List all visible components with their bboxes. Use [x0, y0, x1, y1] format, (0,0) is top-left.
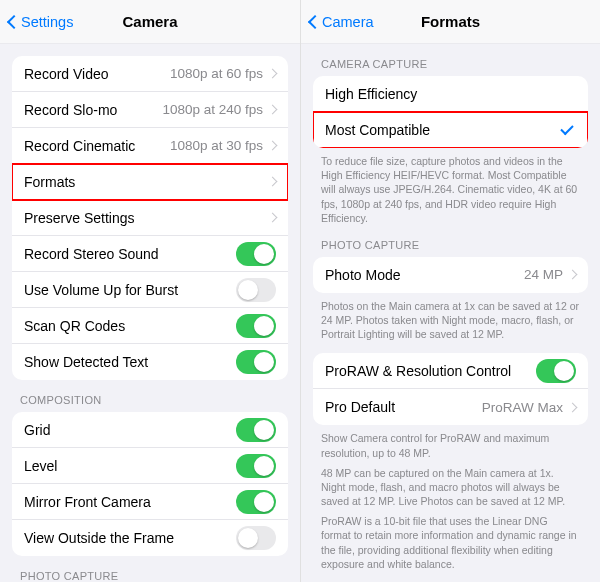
label: Grid [24, 422, 50, 438]
label: Level [24, 458, 57, 474]
settings-camera-screen: Settings Camera Record Video 1080p at 60… [0, 0, 300, 582]
toggle-proraw[interactable] [536, 359, 576, 383]
row-most-compatible[interactable]: Most Compatible [313, 112, 588, 148]
row-preserve-settings[interactable]: Preserve Settings [12, 200, 288, 236]
row-formats[interactable]: Formats [12, 164, 288, 200]
chevron-right-icon [268, 69, 278, 79]
label: Preserve Settings [24, 210, 135, 226]
row-grid[interactable]: Grid [12, 412, 288, 448]
label: Use Volume Up for Burst [24, 282, 178, 298]
content-scroll[interactable]: Record Video 1080p at 60 fps Record Slo-… [0, 44, 300, 582]
detail-value: 1080p at 30 fps [170, 138, 263, 153]
chevron-right-icon [568, 270, 578, 280]
footer-proraw-3: ProRAW is a 10-bit file that uses the Li… [313, 508, 588, 571]
footer-camera-capture: To reduce file size, capture photos and … [313, 148, 588, 225]
label: Show Detected Text [24, 354, 148, 370]
navbar: Settings Camera [0, 0, 300, 44]
footer-proraw-2: 48 MP can be captured on the Main camera… [313, 460, 588, 509]
row-record-cinematic[interactable]: Record Cinematic 1080p at 30 fps [12, 128, 288, 164]
section-header-photo-capture: PHOTO CAPTURE [313, 225, 588, 257]
detail-value: 24 MP [524, 267, 563, 282]
footer-photo-mode: Photos on the Main camera at 1x can be s… [313, 293, 588, 342]
section-header-composition: COMPOSITION [12, 380, 288, 412]
label: Record Video [24, 66, 109, 82]
back-button[interactable]: Camera [301, 13, 374, 31]
group-recording: Record Video 1080p at 60 fps Record Slo-… [12, 56, 288, 380]
group-photo-mode: Photo Mode 24 MP [313, 257, 588, 293]
detail-value: 1080p at 60 fps [170, 66, 263, 81]
row-mirror-front[interactable]: Mirror Front Camera [12, 484, 288, 520]
row-scan-qr[interactable]: Scan QR Codes [12, 308, 288, 344]
toggle-mirror[interactable] [236, 490, 276, 514]
section-header-camera-capture: CAMERA CAPTURE [313, 44, 588, 76]
label: Scan QR Codes [24, 318, 125, 334]
row-level[interactable]: Level [12, 448, 288, 484]
detail-value: ProRAW Max [482, 400, 563, 415]
row-detected-text[interactable]: Show Detected Text [12, 344, 288, 380]
checkmark-icon [560, 125, 574, 135]
settings-formats-screen: Camera Formats CAMERA CAPTURE High Effic… [300, 0, 600, 582]
detail-value: 1080p at 240 fps [162, 102, 263, 117]
row-volume-burst[interactable]: Use Volume Up for Burst [12, 272, 288, 308]
chevron-right-icon [568, 402, 578, 412]
chevron-right-icon [268, 177, 278, 187]
row-record-slomo[interactable]: Record Slo-mo 1080p at 240 fps [12, 92, 288, 128]
row-photo-mode[interactable]: Photo Mode 24 MP [313, 257, 588, 293]
chevron-right-icon [268, 105, 278, 115]
row-pro-default[interactable]: Pro Default ProRAW Max [313, 389, 588, 425]
group-proraw: ProRAW & Resolution Control Pro Default … [313, 353, 588, 425]
label: Record Stereo Sound [24, 246, 159, 262]
label: Photo Mode [325, 267, 401, 283]
chevron-right-icon [268, 141, 278, 151]
label: High Efficiency [325, 86, 417, 102]
chevron-left-icon [6, 13, 17, 31]
footer-proraw-1: Show Camera control for ProRAW and maxim… [313, 425, 588, 459]
back-button[interactable]: Settings [0, 13, 73, 31]
section-header-photo-capture: PHOTO CAPTURE [12, 556, 288, 582]
content-scroll[interactable]: CAMERA CAPTURE High Efficiency Most Comp… [301, 44, 600, 582]
toggle-qr[interactable] [236, 314, 276, 338]
back-label: Settings [21, 14, 73, 30]
label: Pro Default [325, 399, 395, 415]
toggle-volume-burst[interactable] [236, 278, 276, 302]
row-record-video[interactable]: Record Video 1080p at 60 fps [12, 56, 288, 92]
row-high-efficiency[interactable]: High Efficiency [313, 76, 588, 112]
back-label: Camera [322, 14, 374, 30]
label: Mirror Front Camera [24, 494, 151, 510]
label: View Outside the Frame [24, 530, 174, 546]
toggle-level[interactable] [236, 454, 276, 478]
toggle-grid[interactable] [236, 418, 276, 442]
row-view-outside[interactable]: View Outside the Frame [12, 520, 288, 556]
row-stereo-sound[interactable]: Record Stereo Sound [12, 236, 288, 272]
group-camera-capture: High Efficiency Most Compatible [313, 76, 588, 148]
label: Most Compatible [325, 122, 430, 138]
toggle-detected-text[interactable] [236, 350, 276, 374]
section-header-video-capture: VIDEO CAPTURE [313, 571, 588, 582]
toggle-stereo[interactable] [236, 242, 276, 266]
row-proraw-control[interactable]: ProRAW & Resolution Control [313, 353, 588, 389]
label: ProRAW & Resolution Control [325, 363, 511, 379]
label: Formats [24, 174, 75, 190]
label: Record Slo-mo [24, 102, 117, 118]
navbar: Camera Formats [301, 0, 600, 44]
toggle-outside-frame[interactable] [236, 526, 276, 550]
chevron-left-icon [307, 13, 318, 31]
chevron-right-icon [268, 213, 278, 223]
group-composition: Grid Level Mirror Front Camera View Outs… [12, 412, 288, 556]
label: Record Cinematic [24, 138, 135, 154]
